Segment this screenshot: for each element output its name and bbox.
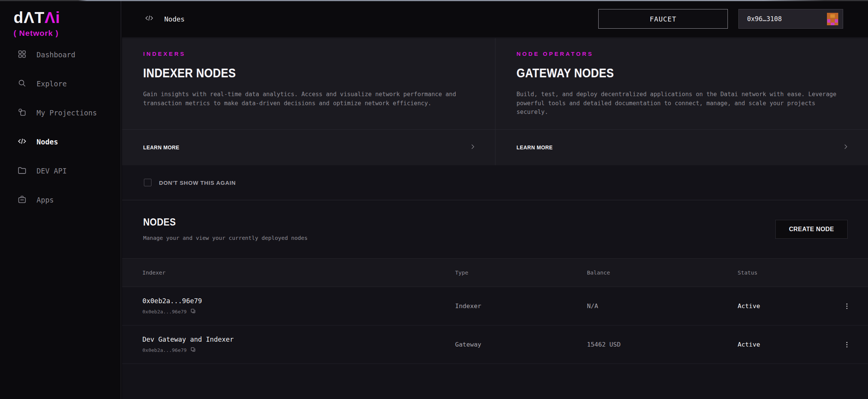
- wallet-identicon: [827, 13, 838, 25]
- row-menu-kebab-icon[interactable]: [833, 302, 851, 310]
- card-description: Gain insights with real-time data analyt…: [143, 90, 465, 108]
- chevron-right-icon: [469, 143, 477, 152]
- search-icon: [17, 78, 27, 89]
- sidebar-item-nodes[interactable]: Nodes: [0, 135, 121, 148]
- learn-more-label: LEARN MORE: [517, 144, 553, 151]
- nodes-section-subtitle: Manage your and view your currently depl…: [143, 235, 308, 241]
- node-name-cell: Dev Gateway and Indexer 0x0eb2a...96e79: [142, 336, 455, 353]
- card-title: GATEWAY NODES: [517, 66, 614, 80]
- node-balance: N/A: [587, 302, 738, 310]
- row-menu-kebab-icon[interactable]: [833, 341, 851, 348]
- node-name: Dev Gateway and Indexer: [142, 336, 455, 343]
- copy-icon[interactable]: [190, 347, 196, 353]
- sidebar-item-label: My Projections: [37, 109, 97, 117]
- gateway-nodes-card: NODE OPERATORS GATEWAY NODES Build, test…: [495, 38, 868, 165]
- create-node-button[interactable]: CREATE NODE: [775, 220, 848, 239]
- sidebar-item-my-projections[interactable]: My Projections: [0, 106, 121, 119]
- sidebar: dΛTΛi ( Network ) Dashboard Explore My P…: [0, 0, 121, 399]
- briefcase-icon: [17, 195, 27, 206]
- nodes-table: Indexer Type Balance Status 0x0eb2a...96…: [122, 258, 868, 364]
- promo-cards: INDEXERS INDEXER NODES Gain insights wit…: [122, 38, 868, 165]
- sidebar-item-apps[interactable]: Apps: [0, 193, 121, 206]
- sidebar-item-dashboard[interactable]: Dashboard: [0, 48, 121, 61]
- code-icon: [145, 14, 154, 24]
- node-balance: 15462 USD: [587, 341, 738, 348]
- node-status: Active: [738, 302, 833, 310]
- node-address: 0x0eb2a...96e79: [142, 309, 186, 315]
- main-content: INDEXERS INDEXER NODES Gain insights wit…: [122, 38, 868, 399]
- logo-network-label: ( Network ): [14, 29, 60, 37]
- table-row[interactable]: Dev Gateway and Indexer 0x0eb2a...96e79 …: [122, 325, 868, 364]
- nodes-section-title: NODES: [143, 216, 176, 228]
- node-name-cell: 0x0eb2a...96e79 0x0eb2a...96e79: [142, 297, 455, 315]
- sidebar-nav: Dashboard Explore My Projections Nodes D…: [0, 48, 121, 223]
- indexer-nodes-card: INDEXERS INDEXER NODES Gain insights wit…: [122, 38, 495, 165]
- card-title: INDEXER NODES: [143, 66, 236, 80]
- nodes-section-header: NODES Manage your and view your currentl…: [122, 200, 868, 258]
- table-row[interactable]: 0x0eb2a...96e79 0x0eb2a...96e79 Indexer …: [122, 287, 868, 325]
- folder-icon: [17, 166, 27, 176]
- dont-show-again-label: DON'T SHOW THIS AGAIN: [159, 180, 236, 186]
- node-status: Active: [738, 341, 833, 348]
- topbar: Nodes FAUCET 0x96…3108: [122, 0, 868, 38]
- dismiss-row: DON'T SHOW THIS AGAIN: [122, 165, 868, 200]
- sidebar-item-label: DEV API: [37, 167, 67, 175]
- sidebar-item-label: Explore: [37, 80, 67, 88]
- column-header-indexer: Indexer: [142, 270, 455, 276]
- window-top-edge: [0, 0, 868, 1]
- projections-icon: [17, 107, 27, 118]
- column-header-type: Type: [455, 270, 587, 276]
- copy-icon[interactable]: [190, 308, 196, 315]
- wallet-address: 0x96…3108: [747, 15, 827, 23]
- learn-more-link-operators[interactable]: LEARN MORE: [495, 129, 868, 165]
- learn-more-label: LEARN MORE: [143, 144, 179, 151]
- learn-more-link-indexers[interactable]: LEARN MORE: [122, 129, 495, 165]
- sidebar-item-label: Apps: [37, 196, 54, 204]
- page-title: Nodes: [145, 0, 185, 38]
- column-header-status: Status: [738, 270, 833, 276]
- grid-icon: [17, 49, 27, 60]
- faucet-button[interactable]: FAUCET: [598, 9, 728, 29]
- sidebar-item-label: Nodes: [37, 138, 58, 146]
- sidebar-item-explore[interactable]: Explore: [0, 77, 121, 90]
- node-type: Indexer: [455, 302, 587, 310]
- column-header-balance: Balance: [587, 270, 738, 276]
- card-eyebrow: NODE OPERATORS: [517, 51, 593, 57]
- chevron-right-icon: [842, 143, 850, 152]
- dont-show-again-checkbox[interactable]: [144, 179, 151, 186]
- page-title-text: Nodes: [164, 15, 185, 23]
- logo-wordmark: dΛTΛi: [14, 10, 60, 26]
- table-header-row: Indexer Type Balance Status: [122, 258, 868, 287]
- node-type: Gateway: [455, 341, 587, 348]
- logo-text-accent: Λi: [44, 9, 60, 26]
- brand-logo[interactable]: dΛTΛi ( Network ): [14, 10, 60, 37]
- logo-text-white: dΛT: [14, 9, 44, 26]
- card-description: Build, test, and deploy decentralized ap…: [517, 90, 838, 117]
- sidebar-item-dev-api[interactable]: DEV API: [0, 164, 121, 177]
- node-address: 0x0eb2a...96e79: [142, 347, 186, 353]
- card-eyebrow: INDEXERS: [143, 51, 186, 57]
- node-name: 0x0eb2a...96e79: [142, 297, 455, 305]
- code-icon: [17, 137, 27, 147]
- wallet-chip[interactable]: 0x96…3108: [738, 9, 843, 29]
- sidebar-item-label: Dashboard: [37, 51, 75, 59]
